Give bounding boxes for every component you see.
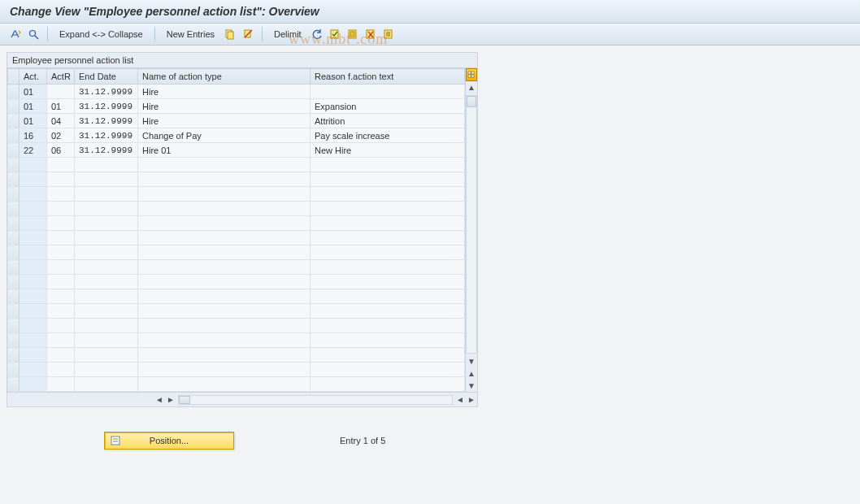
cell-reason[interactable] [311, 231, 465, 245]
row-selector[interactable] [8, 275, 20, 289]
cell-actr[interactable] [47, 202, 75, 216]
cell-reason[interactable] [311, 187, 465, 202]
cell-actr[interactable] [47, 304, 75, 319]
col-header-end-date[interactable]: End Date [75, 69, 138, 85]
cell-reason[interactable] [311, 348, 465, 363]
table-row[interactable]: 160231.12.9999Change of PayPay scale inc… [8, 128, 465, 143]
table-row[interactable] [8, 245, 465, 260]
scroll-down-icon[interactable]: ▼ [467, 355, 476, 367]
cell-name[interactable] [138, 260, 311, 275]
cell-act[interactable] [20, 216, 47, 231]
cell-reason[interactable] [311, 275, 465, 289]
delete-icon[interactable] [241, 27, 255, 41]
cell-actr[interactable]: 01 [47, 99, 75, 114]
cell-end-date[interactable]: 31.12.9999 [75, 85, 138, 99]
cell-end-date[interactable] [75, 319, 138, 333]
scroll-up-icon[interactable]: ▲ [467, 81, 476, 93]
other-view-icon[interactable] [8, 27, 23, 41]
cell-end-date[interactable] [75, 231, 138, 245]
cell-act[interactable] [20, 260, 47, 275]
row-selector[interactable] [8, 319, 20, 333]
hscroll-left2-icon[interactable]: ◄ [454, 395, 466, 404]
cell-act[interactable] [20, 289, 47, 304]
cell-name[interactable] [138, 231, 311, 245]
table-row[interactable] [8, 187, 465, 202]
cell-end-date[interactable] [75, 289, 138, 304]
table-row[interactable]: 010431.12.9999HireAttrition [8, 114, 465, 128]
row-selector[interactable] [8, 114, 20, 128]
table-row[interactable] [8, 363, 465, 377]
cell-act[interactable]: 22 [20, 143, 47, 158]
cell-act[interactable] [20, 231, 47, 245]
cell-reason[interactable] [311, 216, 465, 231]
row-selector[interactable] [8, 231, 20, 245]
cell-act[interactable] [20, 202, 47, 216]
cell-actr[interactable] [47, 348, 75, 363]
cell-actr[interactable] [47, 172, 75, 187]
cell-act[interactable] [20, 377, 47, 392]
cell-reason[interactable] [311, 245, 465, 260]
cell-name[interactable]: Hire [138, 114, 311, 128]
cell-end-date[interactable] [75, 363, 138, 377]
cell-reason[interactable] [311, 260, 465, 275]
cell-reason[interactable] [311, 202, 465, 216]
cell-actr[interactable] [47, 363, 75, 377]
table-row[interactable] [8, 231, 465, 245]
cell-reason[interactable] [311, 319, 465, 333]
table-row[interactable] [8, 289, 465, 304]
cell-act[interactable]: 01 [20, 114, 47, 128]
cell-reason[interactable] [311, 304, 465, 319]
copy-as-icon[interactable] [223, 27, 237, 41]
position-button[interactable]: Position... [104, 432, 234, 450]
cell-name[interactable]: Change of Pay [138, 128, 311, 143]
cell-act[interactable] [20, 158, 47, 172]
cell-reason[interactable]: Expansion [311, 99, 465, 114]
cell-end-date[interactable] [75, 377, 138, 392]
cell-reason[interactable] [311, 289, 465, 304]
find-icon[interactable] [26, 27, 41, 41]
hscroll-thumb[interactable] [179, 396, 190, 404]
table-row[interactable] [8, 304, 465, 319]
row-selector-header[interactable] [8, 69, 20, 85]
row-selector[interactable] [8, 377, 20, 392]
cell-actr[interactable] [47, 187, 75, 202]
col-header-actr[interactable]: ActR [47, 69, 75, 85]
table-row[interactable] [8, 275, 465, 289]
hscroll-right2-icon[interactable]: ► [466, 395, 477, 404]
table-row[interactable]: 010131.12.9999HireExpansion [8, 99, 465, 114]
col-header-reason[interactable]: Reason f.action text [311, 69, 465, 85]
row-selector[interactable] [8, 363, 20, 377]
cell-end-date[interactable] [75, 333, 138, 348]
cell-reason[interactable]: New Hire [311, 143, 465, 158]
cell-act[interactable] [20, 319, 47, 333]
cell-act[interactable] [20, 245, 47, 260]
cell-actr[interactable]: 04 [47, 114, 75, 128]
table-row[interactable] [8, 319, 465, 333]
cell-name[interactable] [138, 377, 311, 392]
table-row[interactable] [8, 260, 465, 275]
row-selector[interactable] [8, 85, 20, 99]
cell-name[interactable] [138, 216, 311, 231]
hscroll-right-icon[interactable]: ► [165, 395, 176, 404]
hscroll-left-icon[interactable]: ◄ [154, 395, 165, 404]
cell-reason[interactable] [311, 363, 465, 377]
cell-name[interactable] [138, 363, 311, 377]
cell-act[interactable] [20, 333, 47, 348]
cell-actr[interactable] [47, 231, 75, 245]
scroll-down2-icon[interactable]: ▼ [467, 380, 476, 392]
row-selector[interactable] [8, 289, 20, 304]
row-selector[interactable] [8, 260, 20, 275]
cell-end-date[interactable]: 31.12.9999 [75, 99, 138, 114]
delimit-button[interactable]: Delimit [269, 29, 306, 39]
cell-name[interactable] [138, 202, 311, 216]
cell-reason[interactable] [311, 85, 465, 99]
cell-reason[interactable] [311, 172, 465, 187]
select-all-icon[interactable] [328, 27, 342, 41]
table-row[interactable] [8, 348, 465, 363]
row-selector[interactable] [8, 143, 20, 158]
table-row[interactable]: 220631.12.9999Hire 01New Hire [8, 143, 465, 158]
cell-actr[interactable] [47, 377, 75, 392]
cell-actr[interactable]: 06 [47, 143, 75, 158]
select-block-icon[interactable] [345, 27, 360, 41]
cell-reason[interactable] [311, 377, 465, 392]
